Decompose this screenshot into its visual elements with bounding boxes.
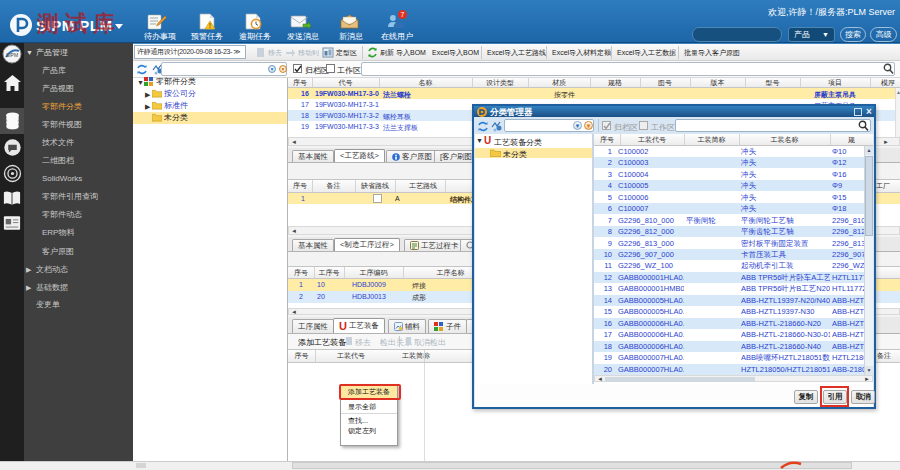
svg-text:SIPM: SIPM — [6, 52, 18, 58]
svg-text:!: ! — [209, 22, 211, 29]
